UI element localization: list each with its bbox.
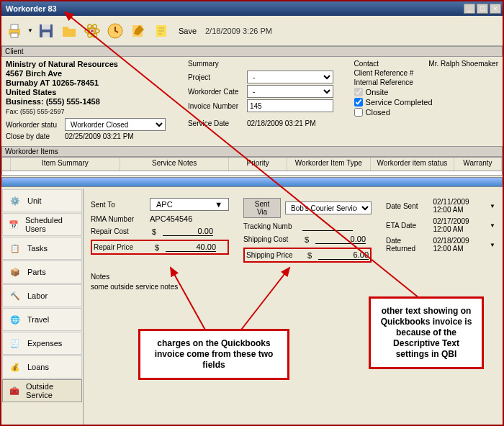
loan-icon: 💰: [7, 359, 23, 375]
date-returned: 02/18/2009 12:00 AM: [433, 237, 484, 253]
sidebar-item-expenses[interactable]: 🧾Expenses: [2, 332, 82, 355]
project-select[interactable]: -: [247, 71, 333, 83]
returned-picker[interactable]: ▼: [490, 242, 495, 248]
grid-scrollbar[interactable]: [1, 177, 503, 187]
contact-name: Mr. Ralph Shoemaker: [428, 60, 498, 68]
note-icon[interactable]: [151, 21, 171, 41]
date-sent: 02/11/2009 12:00 AM: [433, 198, 484, 214]
svg-rect-4: [42, 24, 50, 30]
globe-icon: 🌐: [7, 312, 23, 327]
client-address: Ministry of Natural Resources 4567 Birch…: [6, 60, 182, 117]
edit-icon[interactable]: [128, 21, 148, 41]
closeby-value: 02/25/2009 03:21 PM: [65, 132, 134, 140]
items-grid[interactable]: Item Summary Service Notes Priority Work…: [1, 157, 503, 171]
titlebar: Workorder 83 _ □ ×: [1, 1, 503, 16]
print-icon[interactable]: [4, 21, 24, 41]
close-button[interactable]: ×: [490, 4, 501, 14]
sidebar-item-labor[interactable]: 🔨Labor: [2, 284, 82, 307]
window-title: Workorder 83: [3, 4, 57, 13]
save-button[interactable]: Save: [179, 27, 197, 35]
completed-check[interactable]: [354, 98, 363, 106]
rma-value: APC454546: [150, 214, 192, 223]
summary-header: Summary: [188, 60, 348, 68]
eta-picker[interactable]: ▼: [490, 222, 495, 229]
callout-right: other text showing on Quickbooks invoice…: [369, 296, 484, 369]
items-header: Workorder Items: [1, 146, 503, 157]
client-header: Client: [1, 46, 503, 57]
eta-date: 02/17/2009 12:00 AM: [433, 217, 484, 233]
category-select[interactable]: -: [247, 85, 333, 98]
toolbox-icon: 🧰: [7, 383, 22, 399]
closeby-label: Close by date: [6, 132, 62, 140]
status-label: Workorder statu: [6, 121, 62, 129]
sentto-select[interactable]: APC ▼: [150, 198, 229, 211]
sentvia-select[interactable]: Bob's Courier Service: [285, 201, 372, 214]
toolbar: ▼ Save 2/18/2009 3:26 PM: [1, 16, 503, 46]
service-date: 02/18/2009 03:21 PM: [247, 119, 316, 127]
tracking-input[interactable]: [302, 222, 353, 231]
maximize-button[interactable]: □: [477, 4, 488, 14]
sidebar-item-loans[interactable]: 💰Loans: [2, 355, 82, 379]
svg-rect-5: [42, 32, 50, 37]
receipt-icon: 🧾: [7, 335, 23, 351]
hammer-icon: 🔨: [7, 288, 23, 304]
status-select[interactable]: Workorder Closed: [65, 118, 166, 131]
shipping-cost-input[interactable]: [315, 235, 366, 244]
sidebar: ⚙️Unit 📅Scheduled Users 📋Tasks 📦Parts 🔨L…: [1, 189, 84, 426]
repair-cost-input[interactable]: [163, 227, 213, 236]
sidebar-item-unit[interactable]: ⚙️Unit: [2, 189, 82, 212]
save-timestamp: 2/18/2009 3:26 PM: [205, 27, 272, 35]
sidebar-item-parts[interactable]: 📦Parts: [2, 260, 82, 284]
sentvia-button[interactable]: Sent Via: [243, 198, 281, 218]
invoice-input[interactable]: [247, 99, 333, 112]
save-icon[interactable]: [36, 21, 56, 41]
clock-icon[interactable]: [105, 21, 125, 41]
closed-check[interactable]: [354, 108, 363, 117]
folder-icon[interactable]: [59, 21, 79, 41]
svg-rect-1: [11, 24, 18, 30]
callout-left: charges on the Quickbooks invoice come f…: [138, 329, 289, 380]
datesent-picker[interactable]: ▼: [490, 203, 495, 209]
sidebar-item-users[interactable]: 📅Scheduled Users: [2, 213, 82, 236]
onsite-check: [354, 88, 363, 96]
svg-point-9: [91, 30, 94, 32]
calendar-icon: 📅: [7, 217, 21, 232]
sidebar-item-travel[interactable]: 🌐Travel: [2, 308, 82, 331]
svg-rect-2: [11, 33, 18, 37]
box-icon: 📦: [7, 264, 23, 280]
repair-price-input[interactable]: [166, 243, 216, 252]
checklist-icon: 📋: [7, 240, 23, 256]
atom-icon[interactable]: [82, 21, 102, 41]
gear-icon: ⚙️: [7, 193, 23, 209]
sidebar-item-outside[interactable]: 🧰Outside Service: [2, 379, 82, 402]
notes-text: some outside service notes: [91, 283, 495, 291]
shipping-price-input[interactable]: [318, 250, 369, 260]
minimize-button[interactable]: _: [464, 4, 475, 14]
sidebar-item-tasks[interactable]: 📋Tasks: [2, 237, 82, 260]
